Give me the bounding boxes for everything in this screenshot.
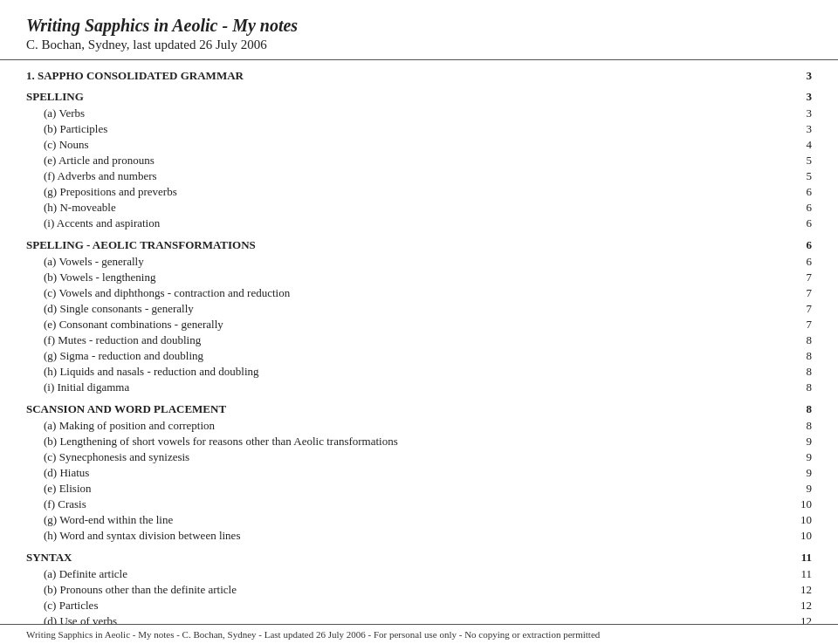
toc-subheading: SYNTAX11 xyxy=(26,551,812,565)
toc-item: (g) Word-end within the line10 xyxy=(26,512,812,528)
toc-subheading: SPELLING3 xyxy=(26,90,812,104)
toc-item-page: 6 xyxy=(786,216,812,230)
toc-item-label: (a) Verbs xyxy=(44,106,786,120)
toc-item: (a) Verbs3 xyxy=(26,106,812,121)
toc-item: (a) Definite article11 xyxy=(26,566,812,582)
toc-item-page: 12 xyxy=(786,599,812,613)
toc-item-label: (g) Sigma - reduction and doubling xyxy=(44,349,786,363)
toc-item-label: (b) Lengthening of short vowels for reas… xyxy=(44,435,786,449)
page-footer: Writing Sapphics in Aeolic - My notes - … xyxy=(0,624,838,644)
toc-item-page: 8 xyxy=(786,333,812,347)
toc-item-page: 8 xyxy=(786,419,812,433)
toc-item: (f) Adverbs and numbers5 xyxy=(26,168,812,184)
toc-item-page: 9 xyxy=(786,450,812,464)
toc-item-page: 9 xyxy=(786,435,812,449)
toc-item-label: (c) Vowels and diphthongs - contraction … xyxy=(44,286,786,300)
toc-item: (e) Article and pronouns5 xyxy=(26,153,812,168)
toc-item-label: (e) Elision xyxy=(44,482,786,496)
page-subtitle: C. Bochan, Sydney, last updated 26 July … xyxy=(26,38,812,52)
toc-item-label: (h) Word and syntax division between lin… xyxy=(44,529,786,543)
toc-item: (e) Elision9 xyxy=(26,481,812,497)
toc-item-label: (b) Pronouns other than the definite art… xyxy=(44,583,786,597)
toc-item-page: 12 xyxy=(786,583,812,597)
toc-item-page: 7 xyxy=(786,271,812,284)
toc-item: (c) Vowels and diphthongs - contraction … xyxy=(26,285,812,301)
toc-item-page: 8 xyxy=(786,380,812,394)
toc-item-page: 3 xyxy=(786,122,812,136)
toc-item-label: (f) Mutes - reduction and doubling xyxy=(44,333,786,347)
toc-item-label: (e) Article and pronouns xyxy=(44,154,786,168)
toc-item-page: 8 xyxy=(786,365,812,379)
toc-item-label: (a) Making of position and correption xyxy=(44,419,786,433)
toc-item-page: 11 xyxy=(786,567,812,581)
toc-item-page: 5 xyxy=(786,169,812,183)
toc-item: (g) Prepositions and preverbs6 xyxy=(26,184,812,200)
toc-item-label: (d) Hiatus xyxy=(44,466,786,480)
toc-subheading-page: 8 xyxy=(786,402,812,416)
toc-item-label: (h) N-moveable xyxy=(44,201,786,215)
toc-item: (i) Initial digamma8 xyxy=(26,380,812,395)
toc-item: (i) Accents and aspiration6 xyxy=(26,216,812,231)
toc-item-label: (b) Participles xyxy=(44,122,786,136)
toc-item-label: (i) Accents and aspiration xyxy=(44,216,786,230)
toc-item: (d) Single consonants - generally7 xyxy=(26,301,812,317)
page-title: Writing Sapphics in Aeolic - My notes xyxy=(26,16,812,36)
toc-item-page: 8 xyxy=(786,349,812,363)
toc-item-label: (g) Word-end within the line xyxy=(44,513,786,527)
toc-subheading-label: SYNTAX xyxy=(26,551,72,565)
toc-item-label: (i) Initial digamma xyxy=(44,380,786,394)
toc-item-page: 6 xyxy=(786,201,812,215)
toc-item-page: 10 xyxy=(786,497,812,511)
toc-item: (f) Crasis10 xyxy=(26,497,812,512)
toc-item-label: (h) Liquids and nasals - reduction and d… xyxy=(44,365,786,379)
toc-item: (c) Particles12 xyxy=(26,598,812,613)
toc-item-page: 4 xyxy=(786,138,812,152)
toc-item: (b) Lengthening of short vowels for reas… xyxy=(26,434,812,449)
toc-item-label: (a) Vowels - generally xyxy=(44,255,786,269)
toc-item-page: 6 xyxy=(786,255,812,269)
toc-content: 1. SAPPHO CONSOLIDATED GRAMMAR3SPELLING3… xyxy=(0,69,838,644)
toc-item: (e) Consonant combinations - generally7 xyxy=(26,317,812,332)
toc-item-page: 7 xyxy=(786,286,812,300)
toc-item-page: 6 xyxy=(786,185,812,199)
toc-item: (a) Making of position and correption8 xyxy=(26,418,812,434)
page-header: Writing Sapphics in Aeolic - My notes C.… xyxy=(0,0,838,60)
toc-item-page: 5 xyxy=(786,154,812,168)
toc-subheading: SCANSION AND WORD PLACEMENT8 xyxy=(26,402,812,416)
toc-item: (c) Nouns4 xyxy=(26,137,812,153)
toc-item: (c) Synecphonesis and synizesis9 xyxy=(26,449,812,465)
toc-item-page: 9 xyxy=(786,482,812,496)
toc-item-page: 7 xyxy=(786,302,812,316)
toc-item-page: 3 xyxy=(786,106,812,120)
toc-item: (h) Liquids and nasals - reduction and d… xyxy=(26,364,812,380)
toc-subheading-page: 11 xyxy=(786,551,812,565)
toc-heading-page: 3 xyxy=(786,69,812,83)
toc-item: (f) Mutes - reduction and doubling8 xyxy=(26,332,812,348)
toc-item-label: (f) Adverbs and numbers xyxy=(44,169,786,183)
toc-item-label: (b) Vowels - lengthening xyxy=(44,271,786,284)
toc-subheading-label: SPELLING - AEOLIC TRANSFORMATIONS xyxy=(26,238,256,252)
toc-item: (b) Participles3 xyxy=(26,121,812,137)
toc-subheading-label: SCANSION AND WORD PLACEMENT xyxy=(26,402,226,416)
toc-item-label: (c) Nouns xyxy=(44,138,786,152)
toc-item-label: (e) Consonant combinations - generally xyxy=(44,318,786,332)
toc-item: (d) Hiatus9 xyxy=(26,465,812,481)
toc-item: (a) Vowels - generally6 xyxy=(26,254,812,270)
toc-item: (g) Sigma - reduction and doubling8 xyxy=(26,348,812,364)
toc-main-heading: 1. SAPPHO CONSOLIDATED GRAMMAR3 xyxy=(26,69,812,83)
toc-subheading-page: 6 xyxy=(786,238,812,252)
toc-item-label: (g) Prepositions and preverbs xyxy=(44,185,786,199)
toc-item-label: (c) Synecphonesis and synizesis xyxy=(44,450,786,464)
footer-text: Writing Sapphics in Aeolic - My notes - … xyxy=(26,629,600,640)
toc-item-page: 9 xyxy=(786,466,812,480)
toc-item-page: 7 xyxy=(786,318,812,332)
toc-item-label: (a) Definite article xyxy=(44,567,786,581)
toc-item: (b) Vowels - lengthening7 xyxy=(26,270,812,285)
toc-item-page: 10 xyxy=(786,529,812,543)
toc-item-label: (d) Single consonants - generally xyxy=(44,302,786,316)
toc-subheading-label: SPELLING xyxy=(26,90,84,104)
toc-item-label: (c) Particles xyxy=(44,599,786,613)
toc-item: (b) Pronouns other than the definite art… xyxy=(26,582,812,598)
toc-subheading: SPELLING - AEOLIC TRANSFORMATIONS6 xyxy=(26,238,812,252)
toc-item: (h) Word and syntax division between lin… xyxy=(26,528,812,544)
